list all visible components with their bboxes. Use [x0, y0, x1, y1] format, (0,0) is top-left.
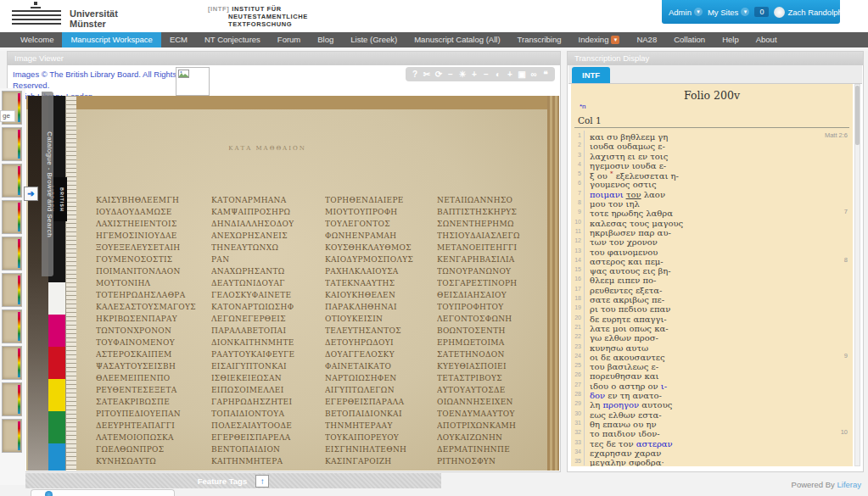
- manuscript-image[interactable]: BRITISH LIBRARY ΚΑΤΑ ΜΑΘΘΑΙΟΝ ΚΑΙΣΥΒΗΘΛΕ…: [26, 96, 559, 471]
- line-number: 19: [571, 303, 585, 312]
- my-sites-menu[interactable]: My Sites ▼: [708, 8, 749, 17]
- transcription-line: 8μου τον ιηλ: [571, 198, 853, 207]
- transcription-line: 7ποιμανι τον λαον: [571, 188, 853, 198]
- page-thumbnail[interactable]: [2, 127, 22, 161]
- transcription-line: 5ξ ου * εξελευσεται η-: [571, 169, 853, 178]
- transcription-line: 13του φαινομενου: [571, 246, 853, 255]
- scrollbar-thumb[interactable]: [855, 86, 860, 145]
- line-number: 9: [571, 207, 585, 216]
- column-label: Col 1: [578, 115, 853, 125]
- catalogue-browse-tab[interactable]: Catalogue - Browse and Search: [42, 92, 53, 276]
- nav-item-transcribing[interactable]: Transcribing: [509, 32, 570, 47]
- manuscript-column-2: ΚΑΤΟΝΑΡΜΗΑΝΑ ΚΑΜΨΑΙΠΡΟΣΗΡΩ ΔΗΝΔΙΑΛΛΗΣΟΔΟ…: [211, 194, 318, 471]
- panel-dot-icon: [45, 491, 53, 496]
- admin-menu[interactable]: Admin ▼: [669, 8, 703, 17]
- transcription-line: 29λη προηγον αυτους: [571, 398, 853, 408]
- line-number: 28: [571, 389, 585, 398]
- page-thumbnail[interactable]: [2, 309, 22, 343]
- nav-item-liste-greek[interactable]: Liste (Greek): [342, 32, 406, 47]
- nav-item-blog[interactable]: Blog: [309, 32, 342, 47]
- nav-item-indexing[interactable]: Indexing▼: [570, 32, 629, 47]
- transcription-line: 24οι δε ακουσαντες9: [571, 351, 853, 360]
- transcription-line: 35μεγαλην σφοδρα·: [571, 456, 853, 465]
- line-number: 3: [571, 150, 585, 159]
- nav-item-nt-conjectures[interactable]: NT Conjectures: [196, 32, 269, 47]
- transcription-line: 10καλεσας τους μαγους: [571, 217, 853, 226]
- manuscript-column-3: ΤΟΡΗΘΕΝΔΙΑΙΕΡΕ ΜΙΟΥΤΟΥΠΡΟΦΗ ΤΟΥΛΕΓΟΝΤΟΣ …: [325, 194, 432, 471]
- thumbnail-panel: [0, 88, 25, 485]
- chevron-down-icon: ▼: [694, 8, 703, 16]
- brightness-increase-icon[interactable]: +: [469, 67, 479, 81]
- collapse-up-button[interactable]: ↑: [255, 475, 269, 488]
- nav-item-manuscript-catalog-all[interactable]: Manuscript Catalog (All): [406, 32, 508, 47]
- page-thumbnail[interactable]: [2, 382, 22, 416]
- line-number: 15: [571, 265, 585, 274]
- transcription-line: 18σατε ακριβως πε-: [571, 293, 853, 303]
- tab-intf[interactable]: INTF: [572, 67, 610, 83]
- note-marker[interactable]: *n: [580, 103, 586, 110]
- nav-item-forum[interactable]: Forum: [269, 32, 309, 47]
- contrast-icon[interactable]: ◐: [493, 67, 503, 81]
- line-number: 12: [571, 236, 585, 245]
- crop-icon[interactable]: ✂: [422, 67, 432, 81]
- university-name: Universität Münster: [70, 8, 118, 29]
- contrast-decrease-icon[interactable]: −: [481, 67, 491, 81]
- main-nav: WelcomeManuscript WorkspaceECMNT Conject…: [0, 32, 868, 47]
- manuscript-column-4: ΝΕΤΑΙΙΩΑΝΝΗΣΟ ΒΑΠΤΙΣΤΗΣΚΗΡΥΣ ΣΩΝΕΝΤΗΕΡΗΜ…: [437, 194, 544, 471]
- line-number: 22: [571, 332, 585, 341]
- transcription-line: 3λαχιστη ει εν τοις: [571, 150, 853, 159]
- nav-item-na28[interactable]: NA28: [628, 32, 665, 47]
- help-icon[interactable]: ?: [410, 67, 420, 81]
- link-icon[interactable]: ∞: [529, 67, 539, 81]
- powered-by: Powered By Liferay: [792, 480, 861, 489]
- comment-icon[interactable]: ❝: [540, 67, 551, 81]
- collapsed-panel-chip[interactable]: [31, 489, 175, 496]
- nav-item-collation[interactable]: Collation: [665, 32, 714, 47]
- page-label-fragment: ge: [0, 110, 15, 122]
- line-number: 21: [571, 322, 585, 332]
- transcription-portlet: Transcription Display INTF Folio 200v *n…: [567, 51, 864, 472]
- transcription-line: 27ιδου ο αστηρ ον ι-: [571, 380, 853, 389]
- line-number: 32: [571, 427, 585, 437]
- brightness-icon[interactable]: ☀: [457, 67, 468, 81]
- page-thumbnail[interactable]: [2, 237, 22, 270]
- nav-item-welcome[interactable]: Welcome: [12, 32, 62, 47]
- top-header: Universität Münster [INTF]INSTITUT FÜR N…: [0, 0, 868, 32]
- transcription-line: 21λατε μοι οπως κα-: [571, 322, 853, 332]
- nav-item-manuscript-workspace[interactable]: Manuscript Workspace: [62, 32, 160, 47]
- line-number: 18: [571, 293, 585, 303]
- page-thumbnail[interactable]: [2, 419, 22, 453]
- institute-name: [INTF]INSTITUT FÜR NEUTESTAMENTLICHE TEX…: [208, 5, 308, 28]
- verse-reference: 7: [844, 207, 848, 216]
- running-title: ΚΑΤΑ ΜΑΘΘΑΙΟΝ: [26, 145, 508, 152]
- transcription-line: 15ψας αυτους εις βη-: [571, 265, 853, 274]
- transcription-line: 6γουμενος οστις: [571, 178, 853, 187]
- transcription-line: 9τοτε ηρωδης λαθρα7: [571, 207, 853, 216]
- page-thumbnail[interactable]: [2, 200, 22, 234]
- page-thumbnail[interactable]: [2, 164, 22, 198]
- feature-tags-label: Feature Tags: [198, 476, 247, 486]
- page-thumbnail[interactable]: [2, 346, 22, 380]
- image-viewer-portlet: Image Viewer Images © The British Librar…: [7, 51, 561, 472]
- transcription-line: 14αστερος και πεμ-8: [571, 255, 853, 265]
- rotate-icon[interactable]: ⟳: [434, 67, 444, 81]
- castle-icon: [31, 3, 41, 8]
- expand-catalogue-button[interactable]: ➔: [24, 187, 38, 201]
- transcription-scrollbar[interactable]: [854, 84, 860, 466]
- reset-image-icon[interactable]: ▣: [517, 67, 527, 81]
- notification-count-badge[interactable]: 0: [754, 7, 769, 17]
- line-number: 5: [571, 169, 585, 178]
- liferay-link[interactable]: Liferay: [837, 480, 861, 489]
- transcription-line: 26πορευθησαν και: [571, 370, 853, 379]
- brightness-decrease-icon[interactable]: −: [445, 67, 456, 81]
- transcription-line: 30εως ελθων εστα-: [571, 409, 853, 418]
- nav-item-help[interactable]: Help: [714, 32, 748, 47]
- contrast-increase-icon[interactable]: +: [505, 67, 515, 81]
- transcription-line: 34εχαρησαν χαραν: [571, 447, 853, 456]
- nav-item-about[interactable]: About: [748, 32, 786, 47]
- page-thumbnail[interactable]: [2, 273, 22, 307]
- folio-title: Folio 200v: [571, 89, 853, 102]
- line-number: 26: [571, 370, 585, 379]
- nav-item-ecm[interactable]: ECM: [161, 32, 196, 47]
- user-menu[interactable]: Zach Randolph Butler ▼: [774, 7, 868, 18]
